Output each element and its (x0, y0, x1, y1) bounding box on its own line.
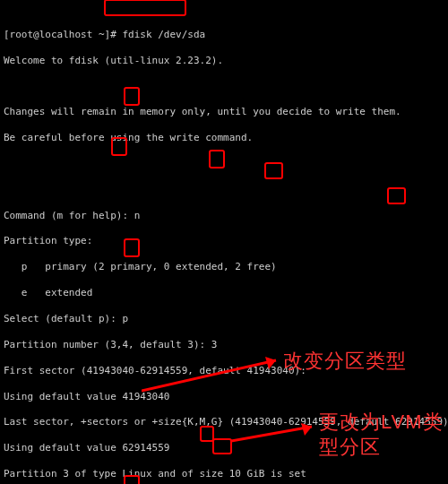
cmd-prompt: Command (m for help): n (4, 210, 444, 222)
part-type-e: e extended (4, 287, 444, 299)
default-first: Using default value 41943040 (4, 391, 444, 403)
highlight-box-cmd (104, 0, 186, 16)
prompt: [root@localhost ~]# (4, 29, 116, 40)
annotation-lvm-1: 更改为LVM类 (319, 409, 444, 436)
partition-set: Partition 3 of type Linux and of size 10… (4, 468, 444, 480)
part-type-p: p primary (2 primary, 0 extended, 2 free… (4, 261, 444, 273)
annotation-lvm-2: 型分区 (319, 434, 381, 461)
annotation-change-type: 改变分区类型 (283, 348, 407, 375)
command: fdisk /dev/sda (122, 29, 205, 40)
terminal[interactable]: [root@localhost ~]# fdisk /dev/sda Welco… (0, 0, 448, 484)
welcome-line: Welcome to fdisk (util-linux 2.23.2). (4, 55, 444, 67)
input-p: p (122, 313, 128, 324)
prompt-line: [root@localhost ~]# fdisk /dev/sda (4, 29, 444, 41)
hint-line: Changes will remain in memory only, unti… (4, 106, 444, 118)
input-n: n (134, 210, 141, 221)
hint-line: Be careful before using the write comman… (4, 132, 444, 144)
select-line: Select (default p): p (4, 313, 444, 325)
input-3: 3 (211, 339, 218, 350)
part-type-hdr: Partition type: (4, 235, 444, 247)
svg-line-2 (231, 427, 312, 441)
